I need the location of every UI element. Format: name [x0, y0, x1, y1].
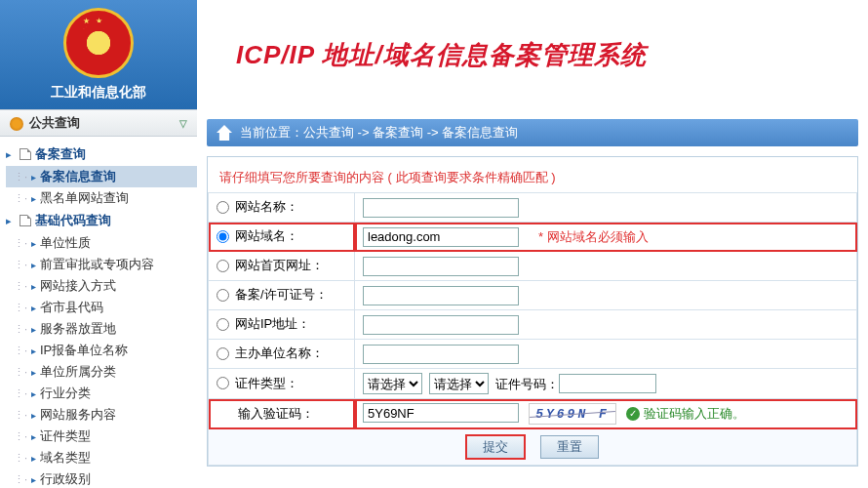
sidebar-item[interactable]: ⋮·▸黑名单网站查询: [6, 187, 197, 209]
sidebar-group-label: 基础代码查询: [35, 212, 111, 229]
sidebar-item[interactable]: ⋮·▸行业分类: [6, 383, 197, 404]
sidebar-group[interactable]: ▸基础代码查询: [6, 209, 197, 232]
sidebar-item-label: 网站接入方式: [40, 277, 116, 295]
expand-icon: ▸: [6, 215, 16, 227]
radio-cert[interactable]: 证件类型：: [217, 375, 298, 392]
form-row-site_ip: 网站IP地址：: [209, 310, 857, 340]
sidebar-item[interactable]: ⋮·▸服务器放置地: [6, 318, 197, 340]
captcha-image[interactable]: 5Y69N F: [529, 403, 616, 425]
arrow-icon: ▸: [31, 346, 36, 356]
system-title: ICP/IP 地址/域名信息备案管理系统: [236, 38, 647, 72]
sidebar-item-label: 行业分类: [40, 385, 91, 402]
title-bar: ICP/IP 地址/域名信息备案管理系统: [197, 0, 868, 109]
sidebar-item-label: 证件类型: [40, 427, 91, 445]
select-cert-type-1[interactable]: 请选择: [363, 373, 422, 394]
select-cert-type-2[interactable]: 请选择: [429, 373, 489, 394]
sidebar-item-label: IP报备单位名称: [40, 342, 128, 359]
radio-input[interactable]: [217, 377, 229, 389]
required-note: * 网站域名必须输入: [538, 229, 649, 244]
sidebar-item[interactable]: ⋮·▸网站服务内容: [6, 404, 197, 426]
field-label: 证件类型：: [235, 375, 298, 392]
radio-input[interactable]: [217, 347, 229, 360]
input-homepage[interactable]: [363, 257, 519, 276]
folder-icon: [20, 215, 31, 226]
arrow-icon: ▸: [31, 324, 36, 335]
radio-input[interactable]: [217, 201, 229, 214]
sidebar-group[interactable]: ▸备案查询: [6, 142, 197, 166]
sidebar-item-label: 单位性质: [40, 234, 91, 252]
home-icon[interactable]: [217, 125, 232, 141]
arrow-icon: ▸: [31, 431, 36, 442]
sidebar-item[interactable]: ⋮·▸网站接入方式: [6, 275, 197, 297]
collapse-icon[interactable]: ▽: [179, 118, 187, 129]
radio-sponsor[interactable]: 主办单位名称：: [217, 345, 324, 362]
input-captcha[interactable]: [363, 403, 519, 423]
form-row-sponsor: 主办单位名称：: [209, 340, 857, 369]
radio-input[interactable]: [217, 230, 229, 243]
arrow-icon: ▸: [31, 172, 36, 183]
field-label: 网站IP地址：: [235, 315, 310, 333]
arrow-icon: ▸: [31, 410, 36, 421]
sidebar-item[interactable]: ⋮·▸域名类型: [6, 447, 197, 468]
form-button-row: 提交重置: [209, 429, 857, 466]
submit-button[interactable]: 提交: [466, 435, 525, 459]
arrow-icon: ▸: [31, 388, 36, 399]
sidebar-item[interactable]: ⋮·▸单位性质: [6, 232, 197, 254]
folder-icon: [20, 148, 31, 160]
radio-input[interactable]: [217, 260, 229, 272]
input-license_no[interactable]: [363, 286, 519, 305]
form-row-captcha: 输入验证码：5Y69N F✓验证码输入正确。: [209, 399, 857, 429]
sidebar-item[interactable]: ⋮·▸备案信息查询: [6, 166, 197, 187]
arrow-icon: ▸: [31, 238, 36, 249]
sidebar-item-label: 单位所属分类: [40, 363, 116, 381]
radio-input[interactable]: [217, 318, 229, 331]
expand-icon: ▸: [6, 148, 16, 161]
radio-license_no[interactable]: 备案/许可证号：: [217, 286, 328, 304]
sidebar-section-title: 公共查询: [29, 115, 80, 130]
field-label: 网站首页网址：: [235, 257, 324, 274]
breadcrumb: 当前位置：公共查询 -> 备案查询 -> 备案信息查询: [207, 119, 858, 146]
radio-homepage[interactable]: 网站首页网址：: [217, 257, 324, 274]
sidebar-item[interactable]: ⋮·▸IP报备单位名称: [6, 340, 197, 361]
radio-site_domain[interactable]: 网站域名：: [217, 227, 298, 245]
sidebar-section-header[interactable]: 公共查询 ▽: [0, 109, 197, 137]
arrow-icon: ▸: [31, 260, 36, 270]
arrow-icon: ▸: [31, 193, 36, 204]
radio-site_name[interactable]: 网站名称：: [217, 198, 298, 216]
input-cert-no[interactable]: [559, 374, 656, 393]
gear-icon: [10, 117, 23, 131]
sidebar-item[interactable]: ⋮·▸前置审批或专项内容: [6, 254, 197, 275]
arrow-icon: ▸: [31, 281, 36, 292]
check-icon: ✓: [626, 407, 640, 421]
arrow-icon: ▸: [31, 367, 36, 378]
input-site_ip[interactable]: [363, 315, 519, 335]
arrow-icon: ▸: [31, 303, 36, 313]
sidebar-item[interactable]: ⋮·▸单位所属分类: [6, 361, 197, 383]
form-hint: 请仔细填写您所要查询的内容 ( 此项查询要求条件精确匹配 ): [208, 157, 857, 192]
input-site_name[interactable]: [363, 198, 519, 218]
emblem-panel: ★ ★ ★ ★ ★ 工业和信息化部: [0, 0, 197, 109]
captcha-label: 输入验证码：: [217, 406, 314, 421]
sidebar-item-label: 备案信息查询: [40, 168, 116, 185]
form-row-license_no: 备案/许可证号：: [209, 281, 857, 310]
field-label: 网站域名：: [235, 227, 298, 245]
sidebar-item[interactable]: ⋮·▸证件类型: [6, 426, 197, 447]
sidebar-item-label: 服务器放置地: [40, 320, 116, 338]
form-row-site_name: 网站名称：: [209, 193, 857, 223]
sidebar-item-label: 网站服务内容: [40, 406, 116, 424]
reset-button[interactable]: 重置: [540, 435, 599, 459]
radio-input[interactable]: [217, 289, 229, 302]
radio-site_ip[interactable]: 网站IP地址：: [217, 315, 310, 333]
input-sponsor[interactable]: [363, 345, 519, 364]
national-emblem-icon: ★ ★ ★ ★ ★: [63, 8, 134, 78]
input-site_domain[interactable]: [363, 227, 519, 247]
sidebar-item-label: 前置审批或专项内容: [40, 256, 154, 273]
breadcrumb-text: 当前位置：公共查询 -> 备案查询 -> 备案信息查询: [240, 124, 518, 142]
field-label: 网站名称：: [235, 198, 298, 216]
field-label: 主办单位名称：: [235, 345, 324, 362]
sidebar-item-label: 省市县代码: [40, 299, 103, 316]
sidebar-item[interactable]: ⋮·▸省市县代码: [6, 297, 197, 318]
sidebar-item[interactable]: ⋮·▸行政级别: [6, 468, 197, 488]
captcha-ok-text: 验证码输入正确。: [644, 406, 745, 421]
sidebar-item-label: 域名类型: [40, 449, 91, 467]
